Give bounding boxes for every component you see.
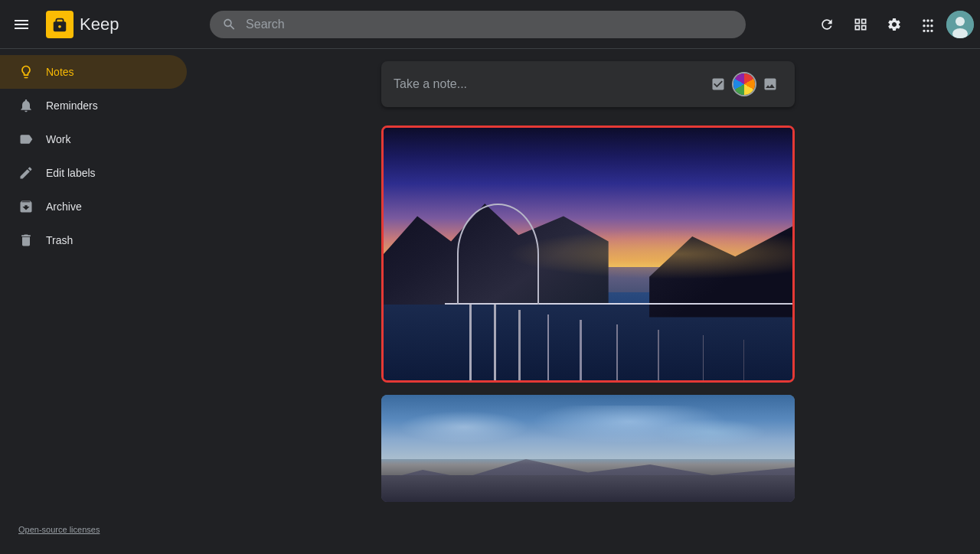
bridge-arch <box>457 204 539 305</box>
bridge-pillar-6 <box>616 324 618 380</box>
keep-logo-icon <box>46 11 74 38</box>
header-right <box>812 9 974 40</box>
refresh-icon <box>819 17 835 32</box>
note-input-icons <box>706 72 782 96</box>
layout-icon <box>853 17 868 32</box>
svg-point-1 <box>956 17 965 26</box>
app-name: Keep <box>80 15 119 34</box>
note-card-1[interactable]: Sample PDF document <box>381 125 795 383</box>
layout-button[interactable] <box>845 9 876 40</box>
notes-area: Sample PDF document <box>381 125 795 502</box>
menu-icon <box>12 15 31 34</box>
sidebar: Notes Reminders Work <box>0 49 196 554</box>
apps-icon <box>920 17 936 32</box>
sidebar-item-archive[interactable]: Archive <box>0 190 187 223</box>
checkbox-icon <box>710 77 726 92</box>
reminders-icon <box>18 98 34 113</box>
main-content: Take a note... <box>196 49 980 554</box>
sidebar-label-edit-labels: Edit labels <box>46 167 96 179</box>
header-left: Keep <box>6 8 198 41</box>
notes-icon <box>18 64 34 80</box>
bridge-pillar-2 <box>494 305 496 380</box>
app-logo[interactable]: Keep <box>40 8 125 41</box>
open-source-link[interactable]: Open-source licenses <box>18 525 100 534</box>
avatar[interactable] <box>946 11 974 38</box>
color-options-btn[interactable] <box>733 73 755 95</box>
menu-button[interactable] <box>6 9 37 40</box>
note-image-bridge <box>384 128 792 380</box>
settings-button[interactable] <box>879 9 910 40</box>
sidebar-label-archive: Archive <box>46 200 82 213</box>
sidebar-label-reminders: Reminders <box>46 99 98 112</box>
sidebar-item-reminders[interactable]: Reminders <box>0 89 187 122</box>
bridge-pillar-5 <box>580 320 582 380</box>
refresh-button[interactable] <box>812 9 842 40</box>
checkbox-icon-btn[interactable] <box>706 72 730 96</box>
sidebar-item-edit-labels[interactable]: Edit labels <box>0 156 187 190</box>
bridge-pillar-8 <box>703 335 704 380</box>
mountain-base <box>381 475 795 502</box>
edit-labels-icon <box>18 165 34 181</box>
sidebar-nav: Notes Reminders Work <box>0 55 196 257</box>
avatar-image <box>946 11 974 38</box>
search-bar <box>210 11 746 38</box>
bridge-pillar-1 <box>469 305 472 380</box>
add-image-icon <box>763 77 778 92</box>
sidebar-label-trash: Trash <box>46 234 73 246</box>
bridge-pillar-7 <box>658 330 659 380</box>
search-wrap[interactable] <box>210 11 746 38</box>
note-input-placeholder: Take a note... <box>394 77 706 91</box>
note-image-mountain <box>381 395 795 502</box>
work-icon <box>18 132 34 147</box>
search-input[interactable] <box>246 18 733 31</box>
sidebar-footer: Open-source licenses <box>0 510 196 548</box>
note-input-bar[interactable]: Take a note... <box>381 61 795 107</box>
sidebar-label-notes: Notes <box>46 66 74 78</box>
note-card-2[interactable] <box>381 395 795 502</box>
archive-icon <box>18 199 34 214</box>
bridge-pillar-9 <box>743 340 745 380</box>
apps-button[interactable] <box>913 9 943 40</box>
sidebar-item-work[interactable]: Work <box>0 122 187 156</box>
sidebar-label-work: Work <box>46 133 70 145</box>
search-icon <box>222 17 237 32</box>
bridge-pillar-3 <box>518 310 521 380</box>
mountain-clouds <box>381 406 795 459</box>
app-body: Notes Reminders Work <box>0 49 980 554</box>
trash-icon <box>18 233 34 248</box>
keep-logo-svg <box>51 16 68 33</box>
bridge-pillar-4 <box>547 314 550 380</box>
horizon-glow <box>506 229 792 279</box>
settings-icon <box>887 17 902 32</box>
sidebar-item-trash[interactable]: Trash <box>0 223 187 257</box>
app-header: Keep <box>0 0 980 49</box>
add-image-icon-btn[interactable] <box>758 72 782 96</box>
sidebar-item-notes[interactable]: Notes <box>0 55 187 89</box>
